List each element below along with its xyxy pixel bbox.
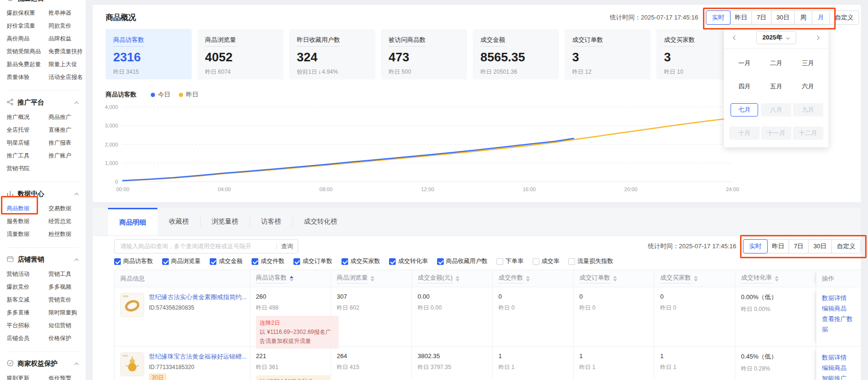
tab-favorites-rank[interactable]: 收藏榜 <box>157 208 200 235</box>
sidebar-item[interactable]: 好价拿流量 <box>7 19 49 32</box>
col-views[interactable]: 商品浏览量 <box>331 270 412 287</box>
sidebar-item[interactable]: 服务数据 <box>7 215 49 228</box>
sidebar-item-product-data[interactable]: 商品数据 <box>7 202 49 215</box>
tab-product-detail[interactable]: 商品明细 <box>108 208 157 235</box>
sort-icon[interactable] <box>775 276 779 282</box>
filter-7day-button[interactable]: 7日 <box>789 239 809 253</box>
metric-card-visited-products[interactable]: 被访问商品数 473 昨日 500 <box>381 29 467 79</box>
sidebar-section-promotion[interactable]: 推广平台 <box>7 98 79 107</box>
checkbox-order-rate[interactable]: 下单率 <box>497 257 524 265</box>
month-jul-selected[interactable]: 七月 <box>731 103 758 117</box>
chevron-left-icon[interactable] <box>731 33 738 42</box>
filter-realtime-button[interactable]: 实时 <box>743 239 768 253</box>
col-conversion[interactable]: 成交转化率 <box>735 270 816 287</box>
checkbox-views[interactable]: 商品浏览量 <box>162 257 201 265</box>
month-may[interactable]: 五月 <box>762 80 790 93</box>
sidebar-item[interactable]: 推广概况 <box>7 111 49 124</box>
tab-visitors-rank[interactable]: 访客榜 <box>250 208 293 235</box>
metric-card-fav-users[interactable]: 昨日收藏用户数 324 较前1日↓4.94% <box>289 29 375 79</box>
edit-product-link[interactable]: 编辑商品 <box>822 363 855 373</box>
search-input[interactable] <box>119 243 272 250</box>
chevron-up-icon[interactable] <box>74 101 79 104</box>
flash-sale-alert-badge[interactable]: 以 ¥3764.31报名秒杀 <box>256 375 331 380</box>
sidebar-item[interactable]: 营销工具 <box>49 268 86 281</box>
sort-icon[interactable] <box>456 276 459 282</box>
col-gmv[interactable]: 成交金额(元) <box>412 270 493 287</box>
sidebar-item[interactable]: 直播推广 <box>49 124 86 136</box>
sidebar-item[interactable]: 低价预警 <box>49 372 86 380</box>
sidebar-item[interactable]: 爆款保权重 <box>7 7 49 19</box>
tab-views-rank[interactable]: 浏览量榜 <box>200 208 250 235</box>
checkbox-deal-rate[interactable]: 成交率 <box>533 257 560 265</box>
filter-custom-button[interactable]: 自定义 <box>831 239 861 253</box>
sidebar-item[interactable]: 推广工具 <box>7 149 49 162</box>
search-button[interactable]: 查询 <box>281 243 293 251</box>
sidebar-item[interactable]: 平台招标 <box>7 319 49 332</box>
sort-icon[interactable] <box>694 276 698 282</box>
filter-yesterday-button[interactable]: 昨日 <box>730 10 752 25</box>
filter-7day-button[interactable]: 7日 <box>751 10 771 25</box>
sidebar-item[interactable]: 价格保护 <box>49 332 86 345</box>
sidebar-item[interactable]: 营销受限商品 <box>7 45 49 58</box>
year-select[interactable]: 2025年 <box>756 31 796 44</box>
checkbox-pieces[interactable]: 成交件数 <box>252 257 284 265</box>
product-image-pendant[interactable] <box>120 352 144 376</box>
sidebar-item[interactable]: 推广账户 <box>49 149 86 162</box>
checkbox-fav-users[interactable]: 商品收藏用户数 <box>437 257 488 265</box>
filter-30day-button[interactable]: 30日 <box>771 10 795 25</box>
sidebar-item[interactable]: 交易数据 <box>49 202 86 215</box>
sidebar-item[interactable]: 短信营销 <box>49 319 86 332</box>
checkbox-orders[interactable]: 成交订单数 <box>293 257 332 265</box>
sidebar-item[interactable]: 营销竞价 <box>49 293 86 306</box>
sidebar-item[interactable]: 规则更新 <box>7 372 49 380</box>
product-image-ring[interactable] <box>120 293 144 317</box>
filter-yesterday-button[interactable]: 昨日 <box>767 239 789 253</box>
checkbox-conversion[interactable]: 成交转化率 <box>389 257 428 265</box>
checkbox-buyers[interactable]: 成交买家数 <box>341 257 380 265</box>
sidebar-item[interactable]: 免费流量扶持 <box>49 45 86 58</box>
sort-icon[interactable] <box>371 276 374 282</box>
sidebar-item[interactable]: 营销书院 <box>7 162 49 175</box>
checkbox-traffic-loss[interactable]: 流量损失指数 <box>568 257 613 265</box>
metric-card-gmv[interactable]: 成交金额 8565.35 昨日 20501.36 <box>473 29 559 79</box>
sidebar-item[interactable]: 流量数据 <box>7 228 49 241</box>
metric-card-visitors[interactable]: 商品访客数 2316 昨日 3415 <box>106 29 192 79</box>
sort-icon[interactable] <box>290 276 293 282</box>
month-feb[interactable]: 二月 <box>762 57 790 70</box>
col-visitors[interactable]: 商品访客数 <box>250 270 331 287</box>
filter-custom-button[interactable]: 自定义 <box>829 10 859 25</box>
sidebar-item[interactable]: 店铺会员 <box>7 332 49 345</box>
data-detail-link[interactable]: 数据详情 <box>822 293 855 303</box>
edit-product-link[interactable]: 编辑商品 <box>822 303 855 314</box>
sidebar-item[interactable]: 商品推广 <box>49 111 86 124</box>
filter-realtime-button[interactable]: 实时 <box>706 10 731 25</box>
chevron-up-icon[interactable] <box>74 362 79 365</box>
sidebar-item[interactable]: 限量上大促 <box>49 58 86 71</box>
filter-week-button[interactable]: 周 <box>794 10 812 25</box>
view-promotion-link[interactable]: 查看推广数据 <box>822 314 855 335</box>
sidebar-section-shop-marketing[interactable]: 店铺营销 <box>7 255 79 264</box>
sidebar-item[interactable]: 同款竞价 <box>49 19 86 32</box>
sidebar-item[interactable]: 抢单神器 <box>49 7 86 19</box>
sort-icon[interactable] <box>526 276 530 282</box>
sidebar-section-data-center[interactable]: 数据中心 <box>7 190 79 198</box>
chevron-up-icon[interactable] <box>74 258 79 261</box>
smart-promotion-link[interactable]: 智能推广 <box>822 373 855 380</box>
sidebar-item[interactable]: 爆款竞价 <box>7 281 49 293</box>
metric-card-views[interactable]: 商品浏览量 4052 昨日 6074 <box>197 29 283 79</box>
sidebar-item[interactable]: 多多直播 <box>7 306 49 319</box>
sidebar-item[interactable]: 品牌权益 <box>49 32 86 45</box>
sidebar-section-merchant-rights[interactable]: 商家权益保护 <box>7 360 79 368</box>
traffic-alert-badge[interactable]: 连降2日 以 ¥1116.69~2302.69报名广告流量加权提升流量 <box>256 316 339 349</box>
month-jan[interactable]: 一月 <box>731 57 758 70</box>
sidebar-item[interactable]: 经营总览 <box>49 215 86 228</box>
sidebar-item[interactable]: 粉丝数据 <box>49 228 86 241</box>
sidebar-item[interactable]: 质量体验 <box>7 71 49 84</box>
sidebar-item[interactable]: 高价商品 <box>7 32 49 45</box>
month-jun[interactable]: 六月 <box>794 80 822 93</box>
col-orders[interactable]: 成交订单数 <box>574 270 654 287</box>
sidebar-item[interactable]: 明星店铺 <box>7 136 49 149</box>
sidebar-item[interactable]: 营销活动 <box>7 268 49 281</box>
sidebar-section-traffic-ops[interactable]: 流量运营 <box>7 0 79 3</box>
metric-card-orders[interactable]: 成交订单数 3 昨日 12 <box>565 29 651 79</box>
